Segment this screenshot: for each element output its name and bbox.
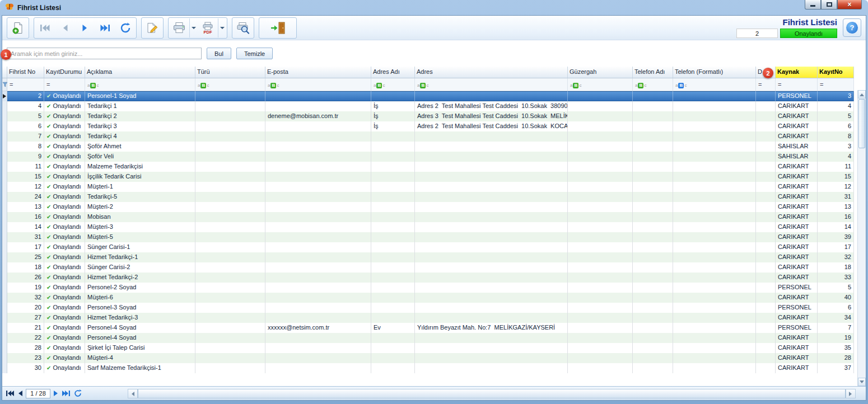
table-row[interactable]: 30✔ OnaylandıSarf Malzeme Tedarikçisi-1C… bbox=[2, 363, 854, 373]
filter-aciklama[interactable]: aBc bbox=[85, 78, 195, 91]
new-record-button[interactable] bbox=[8, 18, 28, 37]
first-record-button[interactable] bbox=[35, 18, 55, 37]
titlebar: Fihrist Listesi × bbox=[2, 0, 866, 15]
column-header-aciklama[interactable]: Açıklama bbox=[85, 67, 195, 78]
table-row[interactable]: 31✔ OnaylandıMüşteri-5CARIKART39 bbox=[2, 232, 854, 242]
filter-telefon_adi[interactable]: aBc bbox=[633, 78, 673, 91]
cell-telefon_adi bbox=[633, 252, 673, 262]
previous-record-button[interactable] bbox=[55, 18, 75, 37]
pdf-dropdown-arrow[interactable] bbox=[218, 18, 226, 37]
cell-kayit_durumu: ✔ Onaylandı bbox=[44, 172, 85, 182]
table-row[interactable]: 11✔ OnaylandıMalzeme TedarikçisiCARIKART… bbox=[2, 162, 854, 172]
pdf-export-button[interactable]: PDF bbox=[198, 18, 218, 37]
column-header-turu[interactable]: Türü bbox=[195, 67, 265, 78]
table-row[interactable]: 7✔ OnaylandıTedarikçi 4CARIKART8 bbox=[2, 131, 854, 142]
help-button[interactable]: ? bbox=[843, 18, 861, 37]
table-row[interactable]: 14✔ OnaylandıMüşteri-3CARIKART14 bbox=[2, 222, 854, 232]
table-row[interactable]: 12✔ OnaylandıMüşteri-1CARIKART12 bbox=[2, 182, 854, 192]
column-header-eposta[interactable]: E-posta bbox=[265, 67, 371, 78]
table-row[interactable]: 17✔ OnaylandıSünger Carisi-1CARIKART17 bbox=[2, 242, 854, 252]
clear-button[interactable]: Temizle bbox=[236, 48, 273, 59]
column-header-kayit_durumu[interactable]: KayıtDurumu bbox=[44, 67, 85, 78]
table-row[interactable]: 2✔ OnaylandıPersonel-1 SoyadPERSONEL3 bbox=[2, 91, 854, 101]
print-preview-button[interactable] bbox=[233, 18, 253, 37]
hscroll-left-arrow-icon[interactable] bbox=[128, 389, 138, 398]
table-row[interactable]: 20✔ OnaylandıPersonel-3 SoyadPERSONEL6 bbox=[2, 303, 854, 313]
filter-kayit_no[interactable]: = bbox=[818, 78, 854, 91]
table-row[interactable]: 28✔ OnaylandıŞirket İçi Talep CarisiCARI… bbox=[2, 343, 854, 353]
maximize-button[interactable] bbox=[821, 0, 837, 10]
check-icon: ✔ bbox=[46, 335, 51, 341]
next-record-button[interactable] bbox=[75, 18, 95, 37]
edit-button[interactable] bbox=[142, 18, 162, 37]
filter-kayit_durumu[interactable]: = bbox=[44, 78, 85, 91]
table-row[interactable]: 26✔ OnaylandıHizmet Tedarikçi-2CARIKART3… bbox=[2, 273, 854, 283]
minimize-button[interactable] bbox=[805, 0, 821, 10]
row-indicator bbox=[2, 353, 7, 363]
cell-telefon_adi bbox=[633, 111, 673, 121]
filter-guzergah[interactable]: aBc bbox=[568, 78, 633, 91]
last-page-button[interactable] bbox=[62, 390, 71, 397]
print-dropdown-arrow[interactable] bbox=[189, 18, 198, 37]
find-button[interactable]: Bul bbox=[207, 48, 231, 59]
filter-d[interactable]: = bbox=[756, 78, 776, 91]
scroll-down-arrow-icon[interactable] bbox=[858, 378, 866, 386]
column-header-kaynak[interactable]: Kaynak bbox=[776, 67, 818, 78]
column-header-kayit_no[interactable]: KayıtNo bbox=[818, 67, 854, 78]
table-row[interactable]: 25✔ OnaylandıHizmet Tedarikçi-1CARIKART3… bbox=[2, 252, 854, 262]
table-row[interactable]: 18✔ OnaylandıSünger Carisi-2CARIKART18 bbox=[2, 262, 854, 273]
column-header-telefon_adi[interactable]: Telefon Adı bbox=[633, 67, 673, 78]
next-page-button[interactable] bbox=[53, 390, 59, 397]
refresh-data-button[interactable] bbox=[73, 389, 82, 398]
table-row[interactable]: 23✔ OnaylandıMüşteri-4CARIKART28 bbox=[2, 353, 854, 363]
filter-kaynak[interactable]: = bbox=[776, 78, 818, 91]
cell-kayit_no: 6 bbox=[818, 121, 854, 131]
table-row[interactable]: 16✔ OnaylandıMobisanCARIKART16 bbox=[2, 212, 854, 222]
exit-button[interactable] bbox=[260, 18, 296, 37]
column-header-fihrist_no[interactable]: Fihrist No bbox=[7, 67, 44, 78]
vertical-scroll-thumb[interactable] bbox=[858, 99, 865, 148]
table-row[interactable]: 22✔ OnaylandıPersonel-4 SoyadCARIKART19 bbox=[2, 333, 854, 343]
cell-d bbox=[756, 303, 776, 313]
window-title: Fihrist Listesi bbox=[17, 4, 61, 12]
column-header-telefon_formatli[interactable]: Telefon (Formatlı) bbox=[673, 67, 756, 78]
horizontal-scroll-thumb[interactable] bbox=[138, 389, 846, 398]
abc-filter-icon: aBc bbox=[268, 81, 279, 88]
column-header-adres_adi[interactable]: Adres Adı bbox=[371, 67, 415, 78]
table-row[interactable]: 32✔ OnaylandıMüşteri-6CARIKART40 bbox=[2, 293, 854, 303]
refresh-button[interactable] bbox=[115, 18, 136, 37]
vertical-scrollbar[interactable] bbox=[857, 90, 866, 386]
filter-turu[interactable]: aBc bbox=[195, 78, 265, 91]
vertical-scroll-track[interactable] bbox=[858, 149, 866, 378]
table-row[interactable]: 27✔ OnaylandıHizmet Tedarikçi-3CARIKART3… bbox=[2, 313, 854, 323]
table-row[interactable]: 13✔ OnaylandıMüşteri-2CARIKART13 bbox=[2, 202, 854, 212]
column-header-adres[interactable]: Adres bbox=[415, 67, 568, 78]
filter-eposta[interactable]: aBc bbox=[265, 78, 371, 91]
table-row[interactable]: 21✔ OnaylandıPersonel-4 Soyadxxxxxx@nets… bbox=[2, 323, 854, 333]
first-page-button[interactable] bbox=[6, 390, 15, 397]
table-row[interactable]: 24✔ OnaylandıTedarikçi-5CARIKART31 bbox=[2, 192, 854, 202]
horizontal-scrollbar[interactable] bbox=[128, 389, 856, 398]
cell-adres: Yıldırım Beyazıt Mah. No:7 MELİKGAZİ/KAY… bbox=[415, 323, 568, 333]
print-button[interactable] bbox=[169, 18, 189, 37]
cell-aciklama: Müşteri-6 bbox=[85, 293, 195, 303]
last-record-button[interactable] bbox=[95, 18, 115, 37]
column-header-guzergah[interactable]: Güzergah bbox=[568, 67, 633, 78]
filter-funnel-icon[interactable] bbox=[2, 78, 7, 91]
table-row[interactable]: 15✔ Onaylandıİşçilik Tedarik CarisiCARIK… bbox=[2, 172, 854, 182]
search-input[interactable] bbox=[7, 48, 202, 59]
filter-adres_adi[interactable]: aBc bbox=[371, 78, 415, 91]
filter-telefon_formatli[interactable]: aBc bbox=[673, 78, 756, 91]
table-row[interactable]: 8✔ OnaylandıŞoför AhmetSAHISLAR3 bbox=[2, 142, 854, 152]
table-row[interactable]: 6✔ OnaylandıTedarikçi 3İşAdres 2 Test Ma… bbox=[2, 121, 854, 131]
scroll-up-arrow-icon[interactable] bbox=[858, 90, 866, 98]
table-row[interactable]: 4✔ OnaylandıTedarikçi 1İşAdres 2 Test Ma… bbox=[2, 101, 854, 111]
table-row[interactable]: 19✔ OnaylandıPersonel-2 SoyadPERSONEL5 bbox=[2, 283, 854, 293]
filter-fihrist_no[interactable]: = bbox=[7, 78, 44, 91]
filter-adres[interactable]: aBc bbox=[415, 78, 568, 91]
close-button[interactable]: × bbox=[837, 0, 862, 10]
hscroll-right-arrow-icon[interactable] bbox=[846, 389, 855, 398]
table-row[interactable]: 9✔ OnaylandıŞoför VeliSAHISLAR4 bbox=[2, 152, 854, 162]
table-row[interactable]: 5✔ OnaylandıTedarikçi 2deneme@mobisan.co… bbox=[2, 111, 854, 121]
prev-page-button[interactable] bbox=[17, 390, 23, 397]
